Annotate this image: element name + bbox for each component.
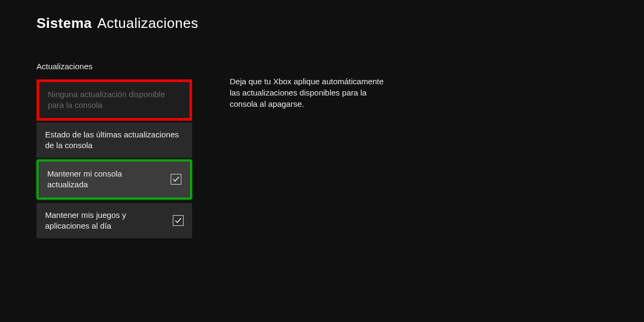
checkmark-icon xyxy=(174,217,182,224)
content-area: Actualizaciones Ninguna actualización di… xyxy=(0,62,644,240)
option-keep-console-updated-label: Mantener mi consola actualizada xyxy=(47,169,164,191)
option-no-update-label: Ninguna actualización disponible para la… xyxy=(48,89,181,111)
highlight-red: Ninguna actualización disponible para la… xyxy=(36,79,192,121)
section-title: Actualizaciones xyxy=(36,62,192,71)
option-last-status-label: Estado de las últimas actualizaciones de… xyxy=(45,129,184,151)
option-no-update: Ninguna actualización disponible para la… xyxy=(39,82,189,118)
option-keep-games-updated-label: Mantener mis juegos y aplicaciones al dí… xyxy=(45,210,166,232)
options-column: Actualizaciones Ninguna actualización di… xyxy=(36,62,192,240)
header-category: Sistema xyxy=(36,15,92,32)
checkmark-icon xyxy=(172,175,180,183)
description-column: Deja que tu Xbox aplique automáticamente… xyxy=(230,62,391,240)
checkbox-keep-console[interactable] xyxy=(171,174,181,185)
option-last-status[interactable]: Estado de las últimas actualizaciones de… xyxy=(36,122,192,158)
description-text: Deja que tu Xbox aplique automáticamente… xyxy=(230,76,391,109)
page-header: Sistema Actualizaciones xyxy=(0,0,644,32)
highlight-green: Mantener mi consola actualizada xyxy=(36,159,192,200)
checkbox-keep-games[interactable] xyxy=(173,215,184,226)
option-keep-console-updated[interactable]: Mantener mi consola actualizada xyxy=(39,162,190,197)
option-keep-games-updated[interactable]: Mantener mis juegos y aplicaciones al dí… xyxy=(36,203,192,239)
header-page: Actualizaciones xyxy=(97,15,198,32)
